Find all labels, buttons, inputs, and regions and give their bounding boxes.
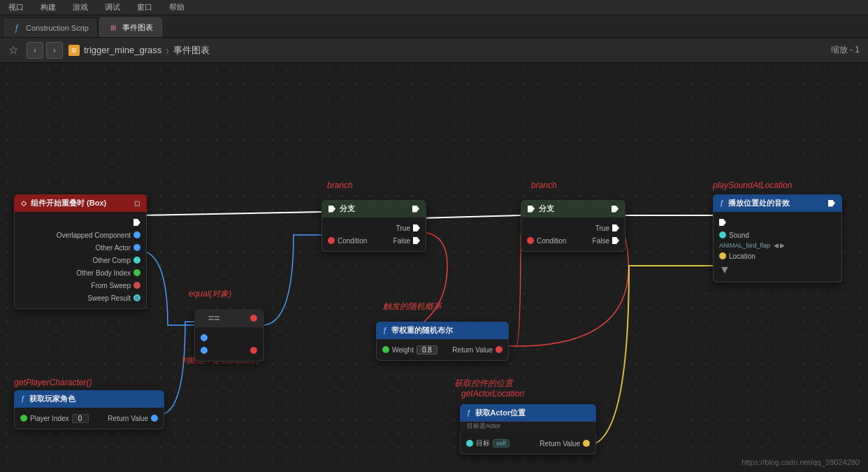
equal-in2-row — [195, 344, 263, 357]
tab-construction[interactable]: ƒ Construction Scrip — [3, 17, 98, 37]
branch1-true-row: True — [322, 222, 426, 234]
other-body-index-pin — [133, 269, 140, 276]
weight-input[interactable] — [417, 345, 437, 355]
other-body-index-label: Other Body Index — [76, 269, 131, 277]
menu-window[interactable]: 窗口 — [134, 1, 155, 14]
tab-event-label: 事件图表 — [122, 22, 153, 33]
menu-help[interactable]: 帮助 — [166, 1, 187, 14]
node-branch1[interactable]: 分支 True Condition False — [321, 200, 426, 252]
menu-build[interactable]: 构建 — [38, 1, 59, 14]
sweep-result-pin — [133, 294, 140, 301]
branch2-false-pin — [612, 237, 619, 244]
node-title-branch2: 分支 — [539, 203, 554, 214]
branch1-condition-label: Condition — [338, 237, 367, 245]
getactor-return-pin — [583, 440, 590, 447]
annotation-playsound: playSoundAtLocation — [713, 180, 792, 190]
branch2-true-row: True — [521, 222, 625, 234]
weighted-return-label: Return Value — [452, 346, 493, 354]
branch1-false-label: False — [393, 237, 410, 245]
breadcrumb-bar: ☆ ‹ › ⊞ trigger_mine_grass › 事件图表 缩放 - 1 — [0, 38, 868, 63]
getactor-target-row: 目标 self Return Value — [461, 437, 595, 450]
branch1-exec-in — [328, 206, 335, 213]
node-component-overlap[interactable]: ◇ 组件开始重叠时 (Box) ◻ Overlapped Component O… — [14, 194, 147, 309]
exec-out-pin — [133, 219, 140, 226]
weight-row: Weight Return Value — [377, 343, 508, 356]
sound-arrows: ◀ ▶ — [774, 242, 786, 249]
node-header-equal: == — [194, 309, 264, 327]
blueprint-canvas[interactable]: branch branch playSoundAtLocation equal(… — [0, 63, 868, 472]
page-name: 事件图表 — [173, 44, 210, 57]
node-body-playsound: Sound ANIMAL_bird_flap ◀ ▶ Location ▼ — [713, 212, 842, 283]
branch1-condition-pin — [328, 237, 335, 244]
other-body-index-row: Other Body Index — [15, 266, 146, 279]
sound-row: Sound — [714, 229, 841, 241]
node-getactorloc[interactable]: ƒ 获取Actor位置 目标是Actor 目标 self Return Valu… — [460, 404, 596, 455]
zoom-level: 缩放 - 1 — [831, 44, 860, 56]
annotation-branch1: branch — [327, 180, 353, 190]
other-actor-pin — [133, 244, 140, 251]
playsound-exec-in-row — [714, 216, 841, 229]
back-button[interactable]: ‹ — [27, 42, 43, 59]
annotation-weighted: 触发的随机概率 — [383, 301, 442, 313]
menu-viewport[interactable]: 视口 — [6, 1, 27, 14]
equal-out-pin — [250, 315, 257, 322]
branch2-exec-out — [612, 206, 619, 213]
equal-in1-pin — [201, 334, 208, 341]
player-index-row: Player Index Return Value — [15, 412, 164, 424]
branch2-condition-row: Condition False — [521, 234, 625, 247]
node-playsound[interactable]: ƒ 播放位置处的音效 Sound ANIMAL_bird_flap ◀ ▶ Lo… — [713, 194, 842, 283]
node-equal[interactable]: == — [194, 309, 264, 362]
branch1-condition-row: Condition False — [322, 234, 426, 247]
playsound-exec-out — [828, 200, 835, 207]
node-body-branch1: True Condition False — [321, 217, 426, 252]
node-getplayer[interactable]: ƒ 获取玩家角色 Player Index Return Value — [14, 390, 164, 429]
other-actor-row: Other Actor — [15, 241, 146, 254]
annotation-equal: equal(对象) — [189, 288, 231, 300]
exec-out-row — [15, 216, 146, 229]
branch2-true-label: True — [595, 224, 609, 232]
svg-line-0 — [138, 212, 321, 215]
other-comp-pin — [133, 257, 140, 264]
branch2-condition-pin — [527, 237, 534, 244]
player-index-label: Player Index — [30, 415, 69, 422]
other-comp-label: Other Comp — [93, 257, 131, 264]
node-title-weighted: 带权重的随机布尔 — [391, 325, 453, 336]
node-body-weighted: Weight Return Value — [376, 339, 509, 361]
sound-pin — [719, 231, 726, 238]
node-header-getactorloc: ƒ 获取Actor位置 — [460, 404, 596, 422]
node-body-getactorloc: 目标 self Return Value — [460, 433, 596, 455]
other-comp-row: Other Comp — [15, 254, 146, 266]
tab-event[interactable]: ⊞ 事件图表 — [99, 17, 162, 37]
player-index-input[interactable] — [72, 414, 89, 423]
breadcrumb: ⊞ trigger_mine_grass › 事件图表 — [68, 44, 210, 57]
equal-in2-pin — [201, 347, 208, 354]
node-branch2[interactable]: 分支 True Condition False — [521, 200, 625, 252]
equal-in1-row — [195, 331, 263, 344]
overlapped-component-label: Overlapped Component — [57, 231, 131, 239]
getplayer-return-label: Return Value — [108, 415, 148, 422]
node-title-getplayer: 获取玩家角色 — [29, 394, 75, 404]
location-pin — [719, 252, 726, 259]
node-header-branch2: 分支 — [521, 200, 625, 217]
node-body-getplayer: Player Index Return Value — [14, 408, 164, 429]
path-name: trigger_mine_grass — [84, 45, 161, 55]
node-header-weighted: ƒ 带权重的随机布尔 — [376, 322, 509, 339]
node-subtitle-getactorloc: 目标是Actor — [460, 422, 596, 433]
menu-debug[interactable]: 调试 — [102, 1, 123, 14]
sound-value-text: ANIMAL_bird_flap — [719, 242, 770, 249]
menu-game[interactable]: 游戏 — [70, 1, 91, 14]
sound-value-row: ANIMAL_bird_flap ◀ ▶ — [714, 241, 841, 250]
node-weighted-bool[interactable]: ƒ 带权重的随机布尔 Weight Return Value — [376, 322, 509, 361]
weight-pin — [382, 346, 389, 353]
annotation-getactor-top: 获取控件的位置 — [454, 378, 513, 389]
branch1-false-pin — [413, 237, 420, 244]
forward-button[interactable]: › — [46, 42, 63, 59]
tab-construction-label: Construction Scrip — [26, 24, 89, 32]
self-badge: self — [493, 439, 509, 448]
favorite-icon[interactable]: ☆ — [8, 43, 18, 57]
event-icon: ⊞ — [108, 23, 118, 33]
sweep-result-row: Sweep Result — [15, 292, 146, 304]
location-label: Location — [729, 252, 755, 260]
from-sweep-label: From Sweep — [91, 282, 131, 289]
node-body-overlap: Overlapped Component Other Actor Other C… — [14, 212, 147, 309]
